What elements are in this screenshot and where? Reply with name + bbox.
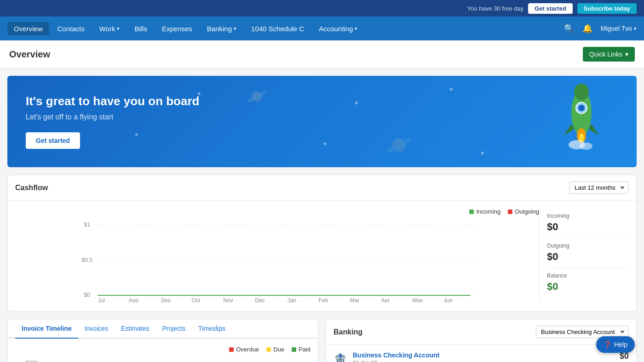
nav-item-bills[interactable]: Bills bbox=[128, 22, 154, 35]
accounting-chevron-icon: ▾ bbox=[355, 26, 357, 32]
balance-stat-value: $0 bbox=[547, 281, 629, 293]
outgoing-stat-value: $0 bbox=[547, 251, 629, 263]
work-chevron-icon: ▾ bbox=[117, 26, 120, 32]
get-started-topbar-button[interactable]: Get started bbox=[528, 3, 573, 14]
invoice-tabs: Invoice Timeline Invoices Estimates Proj… bbox=[8, 319, 318, 339]
incoming-stat-label: Incoming bbox=[547, 213, 629, 219]
help-circle-icon: ❓ bbox=[604, 341, 611, 348]
svg-text:$0.5: $0.5 bbox=[82, 257, 93, 263]
banking-title: Banking bbox=[334, 328, 362, 336]
nav-item-work[interactable]: Work ▾ bbox=[93, 22, 126, 35]
user-chevron-icon: ▾ bbox=[634, 26, 637, 32]
svg-text:Apr: Apr bbox=[381, 297, 390, 302]
overdue-label: Overdue bbox=[236, 346, 259, 353]
star-decoration: ✦ bbox=[322, 140, 328, 148]
cashflow-period-select[interactable]: Last 12 months Last 6 months Last 3 mont… bbox=[569, 181, 629, 194]
user-menu[interactable]: Miguel Tvo ▾ bbox=[601, 25, 637, 32]
svg-text:Oct: Oct bbox=[192, 297, 201, 302]
rocket-decoration bbox=[535, 80, 627, 155]
quick-links-chevron-icon: ▾ bbox=[625, 51, 628, 58]
svg-text:Nov: Nov bbox=[224, 297, 233, 302]
account-balance: $0 Balance bbox=[609, 351, 629, 362]
balance-stat: Balance $0 bbox=[547, 268, 629, 297]
planet-decoration: 🪐 bbox=[247, 87, 267, 106]
invoice-legend: Overdue Due Paid bbox=[15, 346, 310, 353]
svg-text:Mar: Mar bbox=[350, 297, 360, 302]
banking-chevron-icon: ▾ bbox=[234, 26, 236, 32]
legend-incoming: Incoming bbox=[469, 208, 500, 215]
banking-header: Banking Business Checking Account bbox=[326, 319, 636, 345]
svg-text:May: May bbox=[413, 297, 423, 302]
account-info: Business Checking Account 01 Jan 22 bbox=[353, 351, 440, 362]
tab-projects[interactable]: Projects bbox=[156, 319, 192, 339]
legend-paid: Paid bbox=[292, 346, 310, 353]
nav-item-schedule[interactable]: 1040 Schedule C bbox=[245, 22, 310, 35]
nav-item-contacts[interactable]: Contacts bbox=[51, 22, 91, 35]
svg-point-1 bbox=[574, 84, 589, 100]
star-decoration: ✦ bbox=[133, 130, 139, 139]
invoice-chart-area: Overdue Due Paid $200 $150 $100 bbox=[8, 339, 318, 362]
svg-text:Sep: Sep bbox=[161, 297, 171, 302]
account-name[interactable]: Business Checking Account bbox=[353, 351, 440, 359]
bank-icon: 🏦 bbox=[334, 352, 347, 362]
nav-item-banking[interactable]: Banking ▾ bbox=[201, 22, 243, 35]
tab-timeslips[interactable]: Timeslips bbox=[192, 319, 232, 339]
star-decoration: ✦ bbox=[479, 149, 485, 158]
notification-icon[interactable]: 🔔 bbox=[582, 23, 592, 34]
help-button[interactable]: ❓ Help bbox=[596, 336, 635, 353]
tab-invoices[interactable]: Invoices bbox=[78, 319, 115, 339]
nav-item-accounting[interactable]: Accounting ▾ bbox=[312, 22, 364, 35]
cashflow-chart-main: Incoming Outgoing $1 $0.5 $0 bbox=[15, 208, 539, 304]
paid-label: Paid bbox=[299, 346, 310, 353]
subscribe-button[interactable]: Subscribe today bbox=[577, 3, 637, 14]
incoming-stat: Incoming $0 bbox=[547, 208, 629, 238]
cashflow-svg-chart: $1 $0.5 $0 Jul Aug Sep Oct Nov Dec Jan F… bbox=[15, 220, 539, 302]
cashflow-chart-area: Incoming Outgoing $1 $0.5 $0 bbox=[8, 201, 636, 311]
search-icon[interactable]: 🔍 bbox=[564, 23, 574, 34]
star-decoration: ✦ bbox=[353, 99, 359, 107]
svg-text:$200: $200 bbox=[26, 360, 37, 362]
svg-point-3 bbox=[578, 105, 585, 111]
star-decoration: ✦ bbox=[448, 85, 454, 94]
account-date: 01 Jan 22 bbox=[353, 360, 440, 362]
main-content: Cashflow Last 12 months Last 6 months La… bbox=[0, 175, 644, 362]
svg-marker-4 bbox=[564, 124, 575, 136]
svg-point-9 bbox=[580, 142, 592, 150]
banking-card: Banking Business Checking Account 🏦 Busi… bbox=[326, 319, 637, 362]
cashflow-legend: Incoming Outgoing bbox=[15, 208, 539, 215]
star-decoration: ✦ bbox=[196, 90, 202, 98]
incoming-stat-value: $0 bbox=[547, 221, 629, 233]
quick-links-button[interactable]: Quick Links ▾ bbox=[583, 47, 635, 62]
outgoing-stat: Outgoing $0 bbox=[547, 238, 629, 268]
balance-amount: $0 bbox=[609, 351, 629, 361]
tab-invoice-timeline[interactable]: Invoice Timeline bbox=[15, 319, 78, 339]
svg-text:Feb: Feb bbox=[319, 297, 328, 302]
legend-outgoing: Outgoing bbox=[508, 208, 539, 215]
outgoing-label: Outgoing bbox=[515, 208, 539, 215]
nav-item-overview[interactable]: Overview bbox=[7, 22, 49, 35]
free-days-text: You have 30 free day bbox=[467, 5, 523, 12]
nav-right: 🔍 🔔 Miguel Tvo ▾ bbox=[564, 23, 637, 34]
svg-text:Aug: Aug bbox=[129, 297, 138, 302]
top-bar: You have 30 free day Get started Subscri… bbox=[0, 0, 644, 17]
page-header: Overview Quick Links ▾ bbox=[0, 40, 644, 68]
banner-title: It's great to have you on board bbox=[26, 94, 618, 108]
invoice-timeline-card: Invoice Timeline Invoices Estimates Proj… bbox=[7, 319, 318, 362]
bottom-panels: Invoice Timeline Invoices Estimates Proj… bbox=[7, 319, 637, 362]
svg-text:Jan: Jan bbox=[288, 297, 296, 302]
svg-text:Jun: Jun bbox=[444, 297, 453, 302]
cashflow-stats-sidebar: Incoming $0 Outgoing $0 Balance $0 bbox=[539, 208, 629, 304]
incoming-dot bbox=[469, 209, 474, 214]
legend-overdue: Overdue bbox=[229, 346, 259, 353]
page-title: Overview bbox=[9, 49, 50, 60]
invoice-svg-chart: $200 $150 $100 $50 bbox=[15, 357, 310, 362]
paid-dot bbox=[292, 347, 296, 352]
planet-ring-decoration: 🪐 bbox=[385, 132, 413, 158]
main-nav: Overview Contacts Work ▾ Bills Expenses … bbox=[0, 17, 644, 40]
due-label: Due bbox=[273, 346, 284, 353]
tab-estimates[interactable]: Estimates bbox=[115, 319, 155, 339]
banner-cta-button[interactable]: Get started bbox=[26, 132, 80, 149]
banner-subtitle: Let's get off to a flying start bbox=[26, 113, 618, 121]
svg-text:Dec: Dec bbox=[255, 297, 265, 302]
nav-item-expenses[interactable]: Expenses bbox=[155, 22, 199, 35]
